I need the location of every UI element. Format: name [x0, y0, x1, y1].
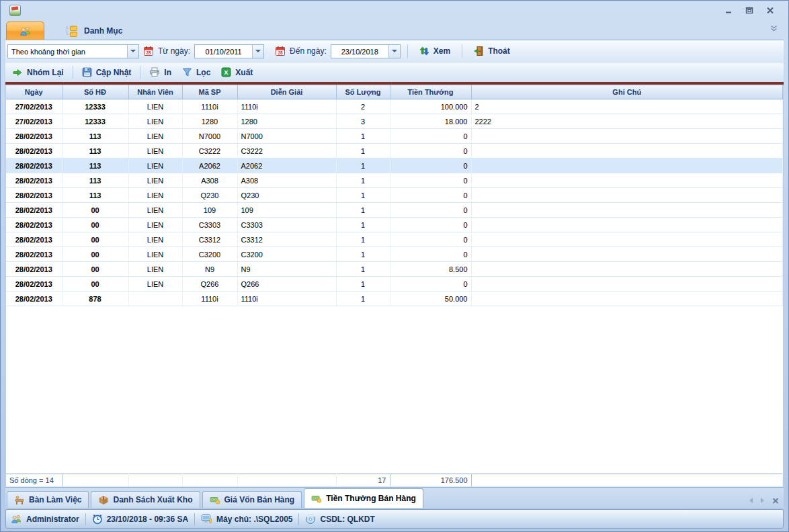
table-cell[interactable]: A2062 [182, 159, 237, 173]
table-cell[interactable]: LIEN [128, 247, 182, 262]
table-cell[interactable]: N7000 [237, 129, 336, 144]
table-cell[interactable]: 3 [336, 114, 390, 129]
table-cell[interactable]: 28/02/2013 [6, 188, 62, 203]
table-cell[interactable]: 12333 [62, 99, 128, 114]
table-cell[interactable]: 28/02/2013 [6, 277, 62, 292]
table-cell[interactable]: 1110i [237, 292, 336, 306]
table-cell[interactable]: 878 [62, 292, 128, 306]
table-cell[interactable]: 0 [390, 159, 471, 173]
table-row[interactable]: 28/02/2013113LIENA2062A206210 [6, 159, 783, 173]
scroll-tabs-right-icon[interactable] [761, 498, 764, 503]
table-cell[interactable]: 1 [336, 277, 390, 292]
group-button[interactable]: Nhóm Lại [7, 65, 69, 80]
table-row[interactable]: 28/02/201300LIENC3200C320010 [6, 247, 783, 262]
table-cell[interactable]: 2 [471, 99, 783, 114]
table-cell[interactable]: LIEN [128, 114, 182, 129]
table-cell[interactable]: 1 [336, 188, 390, 203]
column-header-ngay[interactable]: Ngày [6, 85, 62, 99]
table-cell[interactable] [128, 292, 182, 306]
table-row[interactable]: 27/02/201312333LIEN1110i1110i2100.0002 [6, 99, 783, 114]
tab-ban-lam-viec[interactable]: Bàn Làm Việc [7, 491, 89, 508]
table-cell[interactable]: 1 [336, 203, 390, 218]
table-cell[interactable]: 27/02/2013 [6, 114, 62, 129]
table-row[interactable]: 28/02/201300LIENC3312C331210 [6, 232, 783, 247]
table-cell[interactable]: LIEN [128, 232, 182, 247]
table-cell[interactable] [471, 232, 783, 247]
table-cell[interactable] [471, 218, 783, 232]
table-cell[interactable] [471, 159, 783, 173]
table-cell[interactable]: 50.000 [390, 292, 471, 306]
column-header-so-hd[interactable]: Số HĐ [62, 85, 128, 99]
table-cell[interactable]: 0 [390, 129, 471, 144]
column-header-nhan-vien[interactable]: Nhân Viên [128, 85, 182, 99]
table-row[interactable]: 28/02/2013113LIENA308A30810 [6, 173, 783, 188]
table-cell[interactable]: A308 [182, 173, 237, 188]
table-cell[interactable]: N9 [182, 262, 237, 277]
table-cell[interactable]: 1110i [182, 292, 237, 306]
table-cell[interactable]: 0 [390, 188, 471, 203]
table-cell[interactable]: LIEN [128, 188, 182, 203]
table-cell[interactable]: 18.000 [390, 114, 471, 129]
table-cell[interactable]: 113 [62, 159, 128, 173]
table-cell[interactable]: 00 [62, 203, 128, 218]
table-cell[interactable]: 2222 [471, 114, 783, 129]
tab-tien-thuong-ban-hang-active[interactable]: Tiền Thưởng Bán Hàng [304, 488, 423, 508]
table-cell[interactable]: 28/02/2013 [6, 292, 62, 306]
to-date-dropdown-button[interactable] [388, 45, 400, 58]
table-cell[interactable]: 1 [336, 144, 390, 159]
table-cell[interactable] [471, 262, 783, 277]
table-cell[interactable]: 28/02/2013 [6, 262, 62, 277]
table-cell[interactable] [471, 277, 783, 292]
close-tab-icon[interactable] [772, 494, 779, 506]
table-cell[interactable]: LIEN [128, 203, 182, 218]
table-row[interactable]: 28/02/201300LIEN10910910 [6, 203, 783, 218]
maximize-button[interactable] [744, 5, 755, 15]
table-cell[interactable]: 0 [390, 232, 471, 247]
table-row[interactable]: 28/02/201300LIENQ266Q26610 [6, 277, 783, 292]
table-cell[interactable]: 113 [62, 144, 128, 159]
table-row[interactable]: 28/02/2013113LIENN7000N700010 [6, 129, 783, 144]
table-cell[interactable]: C3312 [237, 232, 336, 247]
tab-gia-von-ban-hang[interactable]: Giá Vốn Bán Hàng [202, 491, 302, 508]
table-cell[interactable]: C3222 [182, 144, 237, 159]
table-cell[interactable]: 113 [62, 188, 128, 203]
table-cell[interactable]: Q230 [237, 188, 336, 203]
table-row[interactable]: 28/02/2013113LIENQ230Q23010 [6, 188, 783, 203]
table-cell[interactable]: 28/02/2013 [6, 247, 62, 262]
table-cell[interactable]: 1110i [237, 99, 336, 114]
column-header-ghi-chu[interactable]: Ghi Chú [471, 85, 783, 99]
table-cell[interactable]: C3222 [237, 144, 336, 159]
table-cell[interactable]: 8.500 [390, 262, 471, 277]
table-cell[interactable]: 28/02/2013 [6, 129, 62, 144]
table-cell[interactable]: C3303 [182, 218, 237, 232]
table-cell[interactable]: N9 [237, 262, 336, 277]
column-header-dien-giai[interactable]: Diễn Giải [237, 85, 336, 99]
exit-button[interactable]: Thoát [469, 44, 515, 58]
table-cell[interactable]: C3312 [182, 232, 237, 247]
combobox-dropdown-button[interactable] [127, 45, 138, 58]
table-cell[interactable]: 27/02/2013 [6, 99, 62, 114]
table-cell[interactable]: 109 [182, 203, 237, 218]
table-cell[interactable]: 1280 [182, 114, 237, 129]
table-cell[interactable]: 1 [336, 262, 390, 277]
table-cell[interactable]: 28/02/2013 [6, 159, 62, 173]
table-cell[interactable]: 28/02/2013 [6, 173, 62, 188]
tab-danh-sach-xuat-kho[interactable]: Danh Sách Xuất Kho [91, 491, 200, 508]
column-header-so-luong[interactable]: Số Lượng [336, 85, 390, 99]
export-button[interactable]: X Xuất [216, 65, 257, 79]
table-cell[interactable]: 1 [336, 232, 390, 247]
table-cell[interactable] [471, 144, 783, 159]
table-cell[interactable] [471, 129, 783, 144]
table-cell[interactable]: C3200 [237, 247, 336, 262]
time-range-combobox[interactable]: Theo khoảng thời gian [7, 44, 139, 58]
table-cell[interactable]: 2 [336, 99, 390, 114]
table-row[interactable]: 28/02/20138781110i1110i150.000 [6, 292, 783, 306]
table-cell[interactable]: Q230 [182, 188, 237, 203]
table-cell[interactable]: 0 [390, 144, 471, 159]
table-cell[interactable]: 12333 [62, 114, 128, 129]
table-cell[interactable]: 1 [336, 218, 390, 232]
table-cell[interactable]: Q266 [182, 277, 237, 292]
table-cell[interactable]: LIEN [128, 159, 182, 173]
table-cell[interactable]: C3200 [182, 247, 237, 262]
table-cell[interactable]: 28/02/2013 [6, 203, 62, 218]
